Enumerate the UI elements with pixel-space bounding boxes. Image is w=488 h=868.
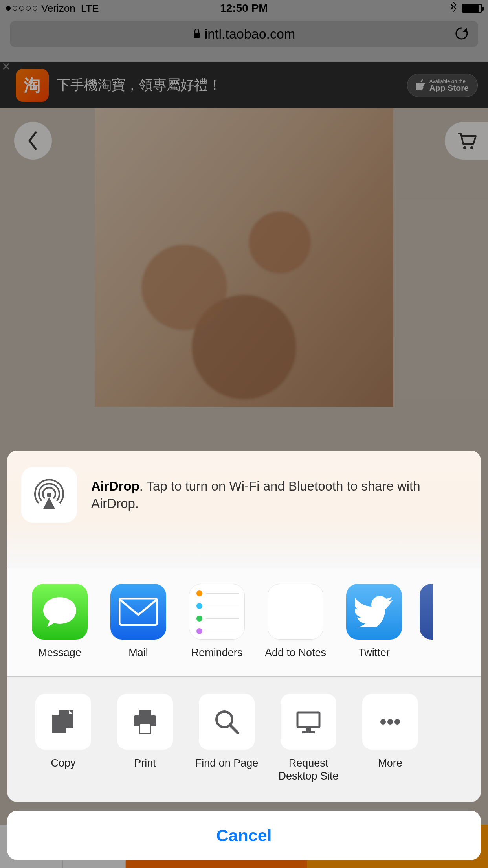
share-app-reminders[interactable]: Reminders: [184, 584, 250, 659]
share-apps-row[interactable]: Message Mail Reminders: [7, 566, 481, 676]
app-label: Mail: [128, 647, 148, 659]
svg-point-16: [387, 719, 393, 725]
action-label: More: [378, 757, 402, 769]
action-request-desktop-site[interactable]: Request Desktop Site: [275, 694, 342, 782]
airdrop-icon: [21, 467, 77, 523]
share-actions-row[interactable]: Copy Print Find on Page Request Desktop …: [7, 677, 481, 802]
share-app-twitter[interactable]: Twitter: [341, 584, 407, 659]
action-find-on-page[interactable]: Find on Page: [193, 694, 260, 782]
svg-rect-9: [139, 723, 150, 734]
reminders-icon: [189, 584, 245, 640]
svg-point-3: [47, 493, 51, 497]
message-icon: [32, 584, 88, 640]
svg-point-17: [394, 719, 400, 725]
app-label: Message: [38, 647, 81, 659]
share-app-notes[interactable]: Add to Notes: [262, 584, 328, 659]
search-icon: [199, 694, 255, 750]
share-app-message[interactable]: Message: [27, 584, 93, 659]
share-sheet: AirDrop. Tap to turn on Wi-Fi and Blueto…: [7, 451, 481, 802]
svg-line-11: [230, 725, 238, 733]
action-copy[interactable]: Copy: [30, 694, 97, 782]
svg-rect-12: [297, 712, 319, 727]
mail-icon: [110, 584, 166, 640]
more-icon: [362, 694, 418, 750]
app-label: Reminders: [191, 647, 243, 659]
action-label: Copy: [51, 757, 75, 769]
action-label: Find on Page: [195, 757, 259, 769]
share-app-mail[interactable]: Mail: [105, 584, 171, 659]
action-more[interactable]: More: [357, 694, 424, 782]
action-print[interactable]: Print: [112, 694, 178, 782]
twitter-icon: [346, 584, 402, 640]
copy-icon: [35, 694, 91, 750]
desktop-icon: [281, 694, 336, 750]
notes-icon: [268, 584, 323, 640]
airdrop-text: AirDrop. Tap to turn on Wi-Fi and Blueto…: [91, 478, 467, 513]
svg-rect-4: [119, 598, 157, 625]
svg-point-15: [380, 719, 386, 725]
airdrop-row[interactable]: AirDrop. Tap to turn on Wi-Fi and Blueto…: [7, 451, 481, 566]
action-label: Request Desktop Site: [275, 757, 342, 782]
cancel-button[interactable]: Cancel: [7, 811, 481, 860]
share-app-facebook-peek[interactable]: [420, 584, 433, 640]
action-label: Print: [134, 757, 156, 769]
print-icon: [117, 694, 173, 750]
app-label: Add to Notes: [265, 647, 326, 659]
app-label: Twitter: [358, 647, 390, 659]
svg-rect-13: [306, 727, 311, 731]
svg-rect-14: [302, 731, 315, 733]
svg-rect-7: [139, 710, 151, 715]
